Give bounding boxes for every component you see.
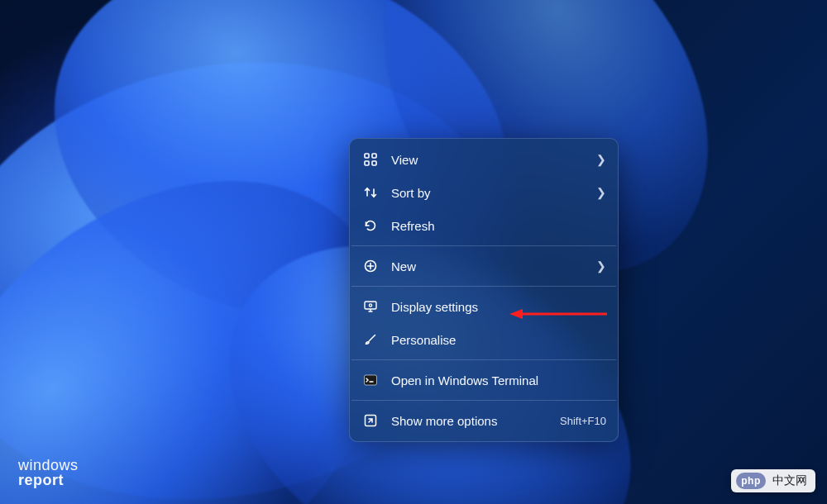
menu-separator	[351, 359, 616, 360]
menu-item-show-more[interactable]: Show more options Shift+F10	[350, 404, 618, 437]
svg-rect-5	[365, 302, 376, 309]
menu-label: Display settings	[391, 300, 606, 314]
svg-rect-1	[372, 154, 376, 158]
terminal-icon	[361, 371, 380, 389]
desktop-wallpaper[interactable]: View ❯ Sort by ❯ Refresh	[0, 0, 827, 504]
menu-label: View	[391, 153, 590, 167]
menu-separator	[351, 286, 616, 287]
menu-label: Open in Windows Terminal	[391, 373, 606, 388]
grid-icon	[361, 150, 380, 169]
svg-rect-7	[365, 375, 377, 385]
menu-label: Refresh	[391, 219, 606, 233]
php-logo-icon: php	[736, 473, 766, 489]
windows-report-watermark: windows report	[18, 458, 79, 487]
menu-item-open-terminal[interactable]: Open in Windows Terminal	[350, 364, 618, 397]
desktop-context-menu: View ❯ Sort by ❯ Refresh	[349, 138, 619, 442]
menu-item-personalise[interactable]: Personalise	[350, 323, 618, 356]
menu-label: Sort by	[391, 186, 590, 200]
menu-shortcut: Shift+F10	[560, 415, 606, 427]
menu-item-refresh[interactable]: Refresh	[350, 209, 618, 242]
expand-icon	[361, 411, 380, 430]
chevron-right-icon: ❯	[596, 153, 606, 166]
svg-rect-0	[365, 154, 369, 158]
menu-label: Show more options	[391, 414, 553, 428]
menu-label: New	[391, 259, 590, 273]
menu-separator	[351, 400, 616, 401]
brush-icon	[361, 330, 380, 349]
chevron-right-icon: ❯	[596, 259, 606, 273]
svg-point-6	[369, 304, 371, 307]
svg-rect-2	[365, 161, 369, 165]
menu-item-display-settings[interactable]: Display settings	[350, 290, 618, 323]
menu-item-view[interactable]: View ❯	[350, 143, 618, 176]
sort-icon	[361, 183, 380, 202]
refresh-icon	[361, 216, 380, 235]
chevron-right-icon: ❯	[596, 186, 606, 199]
menu-item-new[interactable]: New ❯	[350, 250, 618, 283]
menu-label: Personalise	[391, 333, 606, 347]
menu-separator	[351, 245, 616, 246]
php-cn-watermark: php 中文网	[731, 469, 815, 492]
svg-rect-3	[372, 161, 376, 165]
display-icon	[361, 297, 380, 316]
plus-circle-icon	[361, 257, 380, 275]
menu-item-sort-by[interactable]: Sort by ❯	[350, 176, 618, 209]
